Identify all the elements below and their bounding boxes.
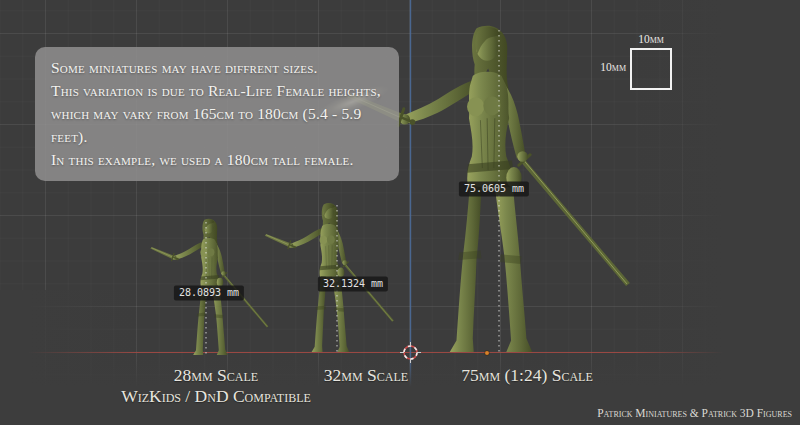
measurement-label-75mm: 75.0605 mm: [459, 182, 529, 197]
measurement-label-28mm: 28.0893 mm: [174, 286, 244, 301]
reference-square-top-label: 10mm: [638, 33, 664, 45]
info-line: This variation is due to Real-Life Femal…: [51, 79, 385, 102]
scale-title-28mm: 28mm Scale: [174, 365, 258, 385]
footer-credit: Patrick Miniatures & Patrick 3D Figures: [597, 407, 792, 419]
reference-square-10mm: [630, 48, 672, 90]
measurement-label-32mm: 32.1324 mm: [318, 277, 388, 292]
blender-3d-viewport[interactable]: Some miniatures may have diffrent sizes.…: [0, 0, 800, 425]
info-line: Some miniatures may have diffrent sizes.: [51, 56, 385, 79]
scale-title-75mm: 75mm (1:24) Scale: [461, 365, 592, 385]
info-box: Some miniatures may have diffrent sizes.…: [35, 47, 399, 181]
scale-subtitle-28mm: WizKids / DnD Compatible: [121, 386, 311, 406]
reference-square-side-label: 10mm: [592, 61, 626, 73]
scale-title-32mm: 32mm Scale: [324, 365, 408, 385]
info-line: which may vary from 165cm to 180cm (5.4 …: [51, 102, 385, 148]
object-origin-dot: [485, 351, 490, 356]
info-line: In this example, we used a 180cm tall fe…: [51, 148, 385, 171]
